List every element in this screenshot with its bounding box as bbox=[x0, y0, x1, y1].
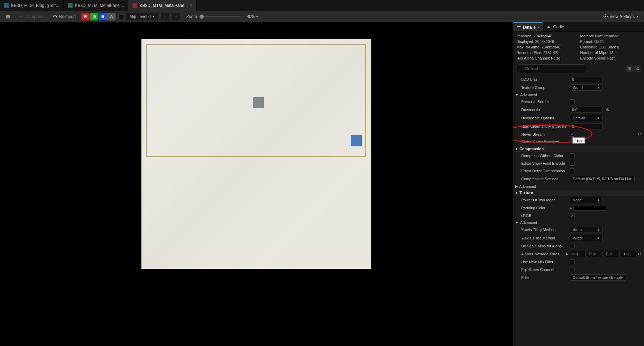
details-icon bbox=[516, 25, 521, 30]
view-settings-dropdown[interactable]: View Settings ▾ bbox=[600, 13, 642, 20]
do-scale-mips-checkbox[interactable] bbox=[570, 244, 574, 248]
triangle-right-icon: ▶ bbox=[515, 184, 518, 189]
zoom-slider-handle[interactable] bbox=[200, 15, 204, 19]
reimport-icon bbox=[53, 14, 57, 19]
advanced-toggle[interactable]: ▼Advanced bbox=[513, 92, 644, 98]
chevron-down-icon: ▾ bbox=[598, 198, 599, 202]
use-new-mip-checkbox[interactable] bbox=[570, 260, 574, 264]
triangle-down-icon: ▼ bbox=[515, 93, 519, 97]
prop-filter: Filter Default (from Texture Group)▾ bbox=[513, 273, 644, 282]
save-button[interactable] bbox=[3, 13, 13, 20]
texture-viewport[interactable] bbox=[0, 22, 513, 346]
property-list[interactable]: LOD Bias Texture Group World▾ ▼Advanced … bbox=[513, 75, 644, 346]
tab-bldglgterr[interactable]: KB3D_MTM_BldgLgTerr... bbox=[0, 0, 64, 11]
compress-wo-alpha-checkbox[interactable] bbox=[570, 153, 574, 158]
prop-editor-defer: Editor Defer Compression bbox=[513, 167, 644, 175]
prop-x-tiling: X-axis Tiling Method Wrap▾ bbox=[513, 226, 644, 234]
downscale-input[interactable] bbox=[570, 107, 602, 113]
tab-label: KB3D_MTM_MetalPanel... bbox=[75, 3, 124, 8]
section-compression[interactable]: ▼Compression bbox=[513, 146, 644, 152]
y-tiling-dropdown[interactable]: Wrap▾ bbox=[570, 235, 602, 241]
svg-point-1 bbox=[605, 16, 606, 17]
prop-label: Editor Defer Compression bbox=[516, 169, 567, 173]
info-has-alpha: Has Alpha Channel: False bbox=[516, 56, 577, 60]
texture-marker bbox=[351, 135, 362, 146]
prop-compress-wo-alpha: Compress Without Alpha bbox=[513, 152, 644, 160]
reimport-button[interactable]: Reimport bbox=[50, 13, 79, 20]
prop-label: Compression Settings bbox=[516, 177, 567, 181]
alpha-cov-1-input[interactable] bbox=[587, 251, 602, 257]
channel-r-toggle[interactable]: R bbox=[81, 13, 90, 20]
prop-label: Padding Color bbox=[516, 206, 567, 210]
compression-settings-dropdown[interactable]: Default (DXT1/5, BC1/3 on DX11)▾ bbox=[570, 176, 635, 182]
property-matrix-button[interactable]: ⊞ bbox=[626, 65, 633, 72]
editor-show-final-checkbox[interactable] bbox=[570, 161, 574, 166]
zoom-label: Zoom bbox=[186, 14, 197, 19]
tab-metalpanel-1[interactable]: KB3D_MTM_MetalPanel... bbox=[64, 0, 128, 11]
tab-details[interactable]: Details × bbox=[513, 22, 543, 31]
num-cinematic-input[interactable] bbox=[570, 123, 602, 129]
zoom-slider[interactable] bbox=[200, 16, 241, 17]
tab-oodle[interactable]: Oodle bbox=[543, 22, 568, 31]
prop-label: Downscale Options bbox=[516, 116, 567, 120]
alpha-cov-2-input[interactable] bbox=[604, 251, 619, 257]
mip-level-dropdown[interactable]: Mip Level 0 ▾ bbox=[126, 13, 158, 20]
mip-plus-button[interactable]: + bbox=[161, 13, 169, 20]
reset-to-default-icon[interactable]: ↺ bbox=[638, 132, 641, 137]
reset-to-default-icon[interactable]: ↺ bbox=[638, 252, 641, 256]
zoom-value: 40% bbox=[247, 14, 255, 19]
prop-lod-bias: LOD Bias bbox=[513, 75, 644, 83]
alpha-preview-checkbox[interactable] bbox=[118, 14, 123, 19]
chevron-down-icon: ▾ bbox=[621, 276, 623, 279]
search-input[interactable] bbox=[516, 64, 587, 73]
advanced-toggle[interactable]: ▼Advanced bbox=[513, 219, 644, 226]
power-of-two-dropdown[interactable]: None▾ bbox=[570, 197, 602, 203]
close-icon[interactable]: × bbox=[537, 25, 540, 29]
prop-label: Preserve Border bbox=[516, 100, 567, 104]
editor-defer-checkbox[interactable] bbox=[570, 169, 574, 173]
advanced-toggle[interactable]: ▶Advanced bbox=[513, 183, 644, 190]
prop-label: Num Cinematic Mip Levels bbox=[516, 124, 567, 128]
compress-label: Compress bbox=[25, 14, 44, 19]
downscale-options-dropdown[interactable]: Default▾ bbox=[570, 115, 602, 121]
triangle-right-icon[interactable]: ▶ bbox=[566, 252, 569, 256]
filter-dropdown[interactable]: Default (from Texture Group)▾ bbox=[570, 274, 626, 281]
chevron-down-icon: ▾ bbox=[598, 116, 599, 120]
section-texture[interactable]: ▼Texture bbox=[513, 190, 644, 196]
search-row: 🔍 ⊞ ⚙ bbox=[513, 62, 644, 75]
triangle-right-icon[interactable]: ▶ bbox=[570, 206, 572, 210]
mip-minus-button[interactable]: − bbox=[172, 13, 180, 20]
channel-a-toggle[interactable]: A bbox=[107, 13, 116, 20]
texture-info: Imported: 2048x2048 Method: Not Streamed… bbox=[513, 32, 644, 62]
zoom-value-dropdown[interactable]: 40% ▾ bbox=[247, 14, 258, 19]
chevron-down-icon: ▾ bbox=[598, 228, 599, 231]
texture-group-dropdown[interactable]: World▾ bbox=[570, 84, 602, 91]
channel-b-toggle[interactable]: B bbox=[99, 13, 107, 20]
compress-icon bbox=[19, 14, 24, 19]
chevron-down-icon: ▾ bbox=[153, 15, 155, 18]
padding-color-swatch[interactable] bbox=[573, 205, 606, 211]
alpha-cov-3-input[interactable] bbox=[621, 251, 636, 257]
never-stream-checkbox[interactable] bbox=[570, 132, 574, 137]
prop-label: Y-axis Tiling Method bbox=[516, 236, 567, 240]
lod-bias-input[interactable] bbox=[570, 76, 602, 82]
preserve-border-checkbox[interactable] bbox=[570, 99, 574, 104]
mip-label: Mip Level 0 bbox=[129, 14, 150, 19]
texture-icon bbox=[4, 3, 9, 8]
info-encode-speed: Encode Speed: Fast bbox=[580, 56, 641, 60]
flip-green-checkbox[interactable] bbox=[570, 267, 574, 272]
channel-g-toggle[interactable]: G bbox=[90, 13, 98, 20]
srgb-checkbox[interactable] bbox=[570, 213, 574, 218]
add-icon[interactable]: ⊕ bbox=[606, 107, 609, 112]
close-icon[interactable]: × bbox=[190, 3, 192, 8]
alpha-cov-0-input[interactable] bbox=[570, 251, 586, 257]
settings-gear-button[interactable]: ⚙ bbox=[634, 65, 641, 72]
prop-label: sRGB bbox=[516, 213, 567, 218]
compress-button[interactable]: Compress bbox=[16, 13, 47, 20]
chevron-down-icon: ▾ bbox=[256, 15, 258, 18]
prop-label: Editor Show Final Encode bbox=[516, 161, 567, 165]
prop-label: Texture Group bbox=[516, 85, 567, 90]
chevron-down-icon: ▾ bbox=[598, 236, 599, 240]
x-tiling-dropdown[interactable]: Wrap▾ bbox=[570, 227, 602, 233]
tab-metalpanel-2[interactable]: KB3D_MTM_MetalPane... × bbox=[128, 0, 196, 11]
